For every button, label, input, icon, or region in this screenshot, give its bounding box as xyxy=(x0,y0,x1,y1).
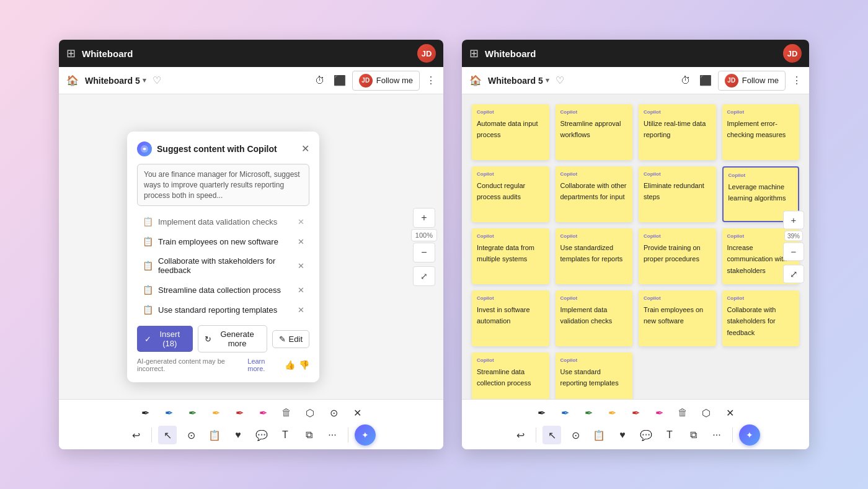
right-zoom-out-button[interactable]: − xyxy=(783,242,804,261)
note-item-4[interactable]: CopilotConduct regular process audits xyxy=(472,166,549,222)
left-more-icon[interactable]: ⋮ xyxy=(426,74,436,86)
note-item-2[interactable]: CopilotUtilize real-time data reporting xyxy=(639,104,716,160)
left-pen-blue[interactable]: ✒ xyxy=(159,403,178,422)
right-sticky-note[interactable]: 📋 xyxy=(590,426,608,444)
left-undo-button[interactable]: ↩ xyxy=(126,426,145,444)
right-text-tool[interactable]: T xyxy=(660,426,679,444)
suggestion-remove-1[interactable]: ✕ xyxy=(298,217,304,227)
note-item-5[interactable]: CopilotCollaborate with other department… xyxy=(556,166,633,222)
right-copilot-button[interactable]: ✦ xyxy=(739,424,760,446)
right-favorite-icon[interactable]: ♡ xyxy=(556,74,564,86)
right-pen-green[interactable]: ✒ xyxy=(579,403,598,422)
right-more-icon[interactable]: ⋮ xyxy=(792,74,802,86)
note-item-9[interactable]: CopilotUse standardized templates for re… xyxy=(556,228,633,284)
left-pen-pink[interactable]: ✒ xyxy=(254,403,272,422)
left-close-pen[interactable]: ✕ xyxy=(348,403,366,422)
suggestion-item-2[interactable]: 📋 Train employees on new software ✕ xyxy=(137,232,309,251)
right-select-tool[interactable]: ↖ xyxy=(542,426,561,444)
thumbs-up-icon[interactable]: 👍 xyxy=(285,360,295,370)
edit-button[interactable]: ✎ Edit xyxy=(272,330,309,348)
right-close-pen[interactable]: ✕ xyxy=(720,403,739,422)
suggestion-item-3[interactable]: 📋 Collaborate with stakeholders for feed… xyxy=(137,252,309,279)
left-zoom-in-button[interactable]: + xyxy=(413,208,435,228)
left-select-tool[interactable]: ↖ xyxy=(158,426,177,444)
right-more-tools[interactable]: ··· xyxy=(707,426,726,444)
right-present-icon[interactable]: ⬛ xyxy=(699,74,712,86)
note-item-8[interactable]: CopilotIntegrate data from multiple syst… xyxy=(472,228,549,284)
note-text-14: Train employees on new software xyxy=(644,306,703,325)
left-more-tools[interactable]: ··· xyxy=(323,426,342,444)
right-pen-gray[interactable]: 🗑 xyxy=(673,403,692,422)
left-pen-gray[interactable]: 🗑 xyxy=(277,403,296,422)
note-item-10[interactable]: CopilotProvide training on proper proced… xyxy=(639,228,716,284)
suggestion-remove-2[interactable]: ✕ xyxy=(298,237,304,246)
suggestion-item-4[interactable]: 📋 Streamline data collection process ✕ xyxy=(137,280,309,299)
note-item-3[interactable]: CopilotImplement error-checking measures xyxy=(722,104,800,160)
note-item-16[interactable]: CopilotStreamline data collection proces… xyxy=(472,352,549,399)
left-sticky-note[interactable]: 📋 xyxy=(205,426,224,444)
note-item-12[interactable]: CopilotInvest in software automation xyxy=(472,290,549,346)
note-item-0[interactable]: CopilotAutomate data input process xyxy=(472,104,549,160)
left-copilot-button[interactable]: ✦ xyxy=(355,424,376,446)
right-pen-red[interactable]: ✒ xyxy=(626,403,645,422)
left-copy-tool[interactable]: ⧉ xyxy=(299,426,318,444)
right-fit-screen-button[interactable]: ⤢ xyxy=(783,264,804,283)
left-pen-red[interactable]: ✒ xyxy=(230,403,249,422)
left-text-tool[interactable]: T xyxy=(276,426,294,444)
left-comment-tool[interactable]: 💬 xyxy=(252,426,271,444)
right-comment-tool[interactable]: 💬 xyxy=(637,426,655,444)
left-present-icon[interactable]: ⬛ xyxy=(334,74,346,86)
left-pen-black[interactable]: ✒ xyxy=(136,403,154,422)
left-board-title-btn[interactable]: Whiteboard 5 ▾ xyxy=(85,76,146,86)
note-item-6[interactable]: CopilotEliminate redundant steps xyxy=(639,166,716,222)
generate-more-button[interactable]: ↻ Generate more xyxy=(198,325,267,352)
right-pen-black[interactable]: ✒ xyxy=(532,403,551,422)
learn-more-link[interactable]: Learn more. xyxy=(247,357,281,372)
right-board-title-btn[interactable]: Whiteboard 5 ▾ xyxy=(488,76,549,86)
right-follow-button[interactable]: JD Follow me xyxy=(718,71,786,91)
left-pen-green[interactable]: ✒ xyxy=(183,403,202,422)
left-follow-button[interactable]: JD Follow me xyxy=(352,71,420,91)
left-main-toolbar: ↩ ↖ ⊙ 📋 ♥ 💬 T ⧉ ··· ✦ xyxy=(126,424,376,446)
left-user-avatar[interactable]: JD xyxy=(417,44,436,63)
right-lasso-select[interactable]: ⊙ xyxy=(566,426,585,444)
right-zoom-in-button[interactable]: + xyxy=(783,210,804,229)
left-lasso-select[interactable]: ⊙ xyxy=(182,426,200,444)
note-item-13[interactable]: CopilotImplement data validation checks xyxy=(556,290,633,346)
suggestion-item-5[interactable]: 📋 Use standard reporting templates ✕ xyxy=(137,300,309,319)
left-lasso-tool[interactable]: ⊙ xyxy=(324,403,343,422)
right-heart-react[interactable]: ♥ xyxy=(613,426,632,444)
note-text-5: Collaborate with other departments for i… xyxy=(560,182,627,200)
left-zoom-out-button[interactable]: − xyxy=(413,243,435,262)
right-app-grid-icon[interactable]: ⊞ xyxy=(469,47,479,60)
home-icon[interactable]: 🏠 xyxy=(66,74,79,86)
right-copy-tool[interactable]: ⧉ xyxy=(684,426,702,444)
copilot-close-button[interactable]: ✕ xyxy=(301,144,309,154)
right-user-avatar[interactable]: JD xyxy=(783,44,802,63)
left-fit-screen-button[interactable]: ⤢ xyxy=(413,266,435,286)
left-shape-tool[interactable]: ⬡ xyxy=(301,403,319,422)
suggestion-item-1[interactable]: 📋 Implement data validation checks ✕ xyxy=(137,212,309,231)
note-item-15[interactable]: CopilotCollaborate with stakeholders for… xyxy=(722,290,800,346)
right-pen-pink[interactable]: ✒ xyxy=(650,403,668,422)
suggestion-remove-3[interactable]: ✕ xyxy=(298,261,304,271)
right-pen-yellow[interactable]: ✒ xyxy=(603,403,621,422)
note-item-17[interactable]: CopilotUse standard reporting templates xyxy=(556,352,633,399)
left-heart-react[interactable]: ♥ xyxy=(229,426,247,444)
right-undo-button[interactable]: ↩ xyxy=(511,426,529,444)
insert-button[interactable]: ✓ Insert (18) xyxy=(137,326,193,352)
left-pen-yellow[interactable]: ✒ xyxy=(206,403,225,422)
right-home-icon[interactable]: 🏠 xyxy=(469,74,482,86)
note-item-1[interactable]: CopilotStreamline approval workflows xyxy=(556,104,633,160)
app-grid-icon[interactable]: ⊞ xyxy=(66,47,76,60)
note-item-14[interactable]: CopilotTrain employees on new software xyxy=(639,290,716,346)
right-timer-icon[interactable]: ⏱ xyxy=(681,75,691,86)
left-favorite-icon[interactable]: ♡ xyxy=(153,74,161,86)
suggestion-remove-5[interactable]: ✕ xyxy=(298,305,304,315)
right-shape-tool[interactable]: ⬡ xyxy=(697,403,715,422)
thumbs-down-icon[interactable]: 👎 xyxy=(299,360,309,370)
copilot-prompt-textarea[interactable]: You are finance manager for Microsoft, s… xyxy=(137,164,309,206)
right-pen-blue[interactable]: ✒ xyxy=(556,403,574,422)
left-timer-icon[interactable]: ⏱ xyxy=(315,75,325,86)
suggestion-remove-4[interactable]: ✕ xyxy=(298,285,304,295)
